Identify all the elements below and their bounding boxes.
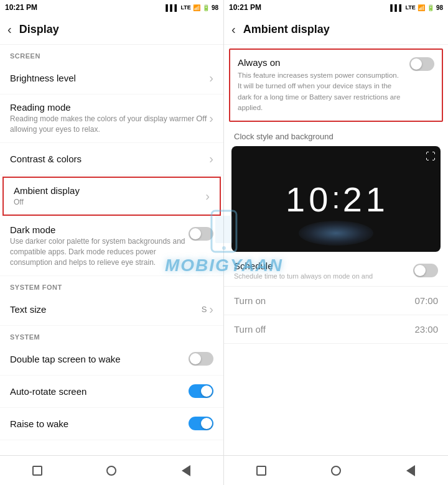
left-time: 10:21 PM bbox=[5, 3, 37, 12]
right-wifi-icon: 📶 bbox=[418, 4, 425, 11]
contrast-title: Contrast & colors bbox=[10, 154, 209, 164]
battery-level: 98 bbox=[212, 4, 218, 11]
brightness-title: Brightness level bbox=[10, 73, 209, 83]
schedule-row[interactable]: Schedule Schedule time to turn always on… bbox=[224, 254, 448, 287]
raiseawake-toggle[interactable] bbox=[189, 417, 213, 430]
turn-off-value: 23:00 bbox=[414, 324, 438, 335]
right-nav-back[interactable] bbox=[402, 462, 419, 479]
setting-row-doubletap[interactable]: Double tap screen to wake bbox=[0, 343, 223, 376]
contrast-right bbox=[209, 152, 213, 166]
setting-row-ambient[interactable]: Ambient display Off bbox=[2, 177, 221, 216]
darkmode-toggle[interactable] bbox=[189, 227, 213, 241]
setting-row-brightness[interactable]: Brightness level bbox=[0, 62, 223, 95]
right-battery-level: 98 bbox=[436, 4, 443, 11]
right-panel: 10:21 PM ▌▌▌ LTE 📶 🔋 98 ‹ Ambient displa… bbox=[224, 0, 448, 485]
reading-title: Reading mode bbox=[10, 102, 196, 113]
section-system-label: SYSTEM bbox=[0, 326, 223, 343]
setting-row-autorotate[interactable]: Auto-rotate screen bbox=[0, 376, 223, 408]
section-screen-label: SCREEN bbox=[0, 45, 223, 62]
setting-row-raiseawake[interactable]: Raise to wake bbox=[0, 408, 223, 440]
back-icon bbox=[182, 465, 190, 476]
right-toolbar: ‹ Ambient display bbox=[224, 15, 448, 45]
reading-chevron bbox=[209, 111, 213, 126]
left-nav-home[interactable] bbox=[103, 462, 120, 479]
left-nav-recents[interactable] bbox=[29, 462, 46, 479]
right-lte-icon: LTE bbox=[406, 4, 416, 11]
recents-icon bbox=[32, 466, 42, 476]
schedule-title: Schedule bbox=[234, 261, 413, 271]
ambient-right bbox=[205, 189, 210, 203]
expand-icon[interactable]: ⛶ bbox=[426, 151, 436, 162]
clock-section-label: Clock style and background bbox=[224, 126, 448, 144]
wifi-icon: 📶 bbox=[193, 4, 200, 11]
left-panel: 10:21 PM ▌▌▌ LTE 📶 🔋 98 ‹ Display SCREEN… bbox=[0, 0, 224, 485]
schedule-toggle[interactable] bbox=[413, 264, 438, 277]
right-nav-home[interactable] bbox=[327, 462, 345, 479]
right-recents-icon bbox=[256, 466, 266, 476]
always-on-row[interactable]: Always on This feature increases system … bbox=[229, 48, 443, 122]
left-nav-bar bbox=[0, 455, 223, 485]
autorotate-toggle[interactable] bbox=[189, 384, 213, 398]
textsize-chevron bbox=[209, 302, 213, 316]
right-nav-recents[interactable] bbox=[253, 462, 270, 479]
left-toolbar: ‹ Display bbox=[0, 15, 223, 45]
section-font-label: SYSTEM FONT bbox=[0, 276, 223, 293]
lte-icon: LTE bbox=[181, 4, 191, 11]
doubletap-toggle[interactable] bbox=[189, 352, 213, 366]
right-back-button[interactable]: ‹ bbox=[231, 22, 236, 37]
left-back-button[interactable]: ‹ bbox=[7, 22, 12, 37]
turn-off-label: Turn off bbox=[234, 324, 414, 335]
textsize-value: S bbox=[202, 305, 207, 314]
right-battery-icon: 🔋 bbox=[427, 4, 434, 11]
textsize-title: Text size bbox=[10, 304, 202, 315]
schedule-sub: Schedule time to turn always on mode on … bbox=[234, 272, 413, 280]
home-icon bbox=[106, 466, 116, 476]
always-on-title: Always on bbox=[238, 57, 404, 68]
autorotate-title: Auto-rotate screen bbox=[10, 386, 189, 397]
clock-hour-tens: 1 bbox=[286, 179, 306, 219]
clock-colon: : bbox=[332, 181, 340, 215]
turn-on-value: 07:00 bbox=[414, 295, 438, 306]
setting-row-textsize[interactable]: Text size S bbox=[0, 293, 223, 326]
ambient-chevron bbox=[205, 189, 210, 203]
always-on-desc: This feature increases system power cons… bbox=[238, 70, 404, 113]
brightness-chevron bbox=[209, 71, 213, 85]
darkmode-title: Dark mode bbox=[10, 224, 189, 235]
clock-hour-ones: 0 bbox=[309, 179, 329, 219]
turn-on-label: Turn on bbox=[234, 295, 414, 306]
setting-row-contrast[interactable]: Contrast & colors bbox=[0, 143, 223, 175]
left-status-bar: 10:21 PM ▌▌▌ LTE 📶 🔋 98 bbox=[0, 0, 223, 15]
setting-row-reading[interactable]: Reading mode Reading mode makes the colo… bbox=[0, 95, 223, 143]
left-nav-back[interactable] bbox=[177, 462, 195, 479]
turn-off-row[interactable]: Turn off 23:00 bbox=[224, 315, 448, 344]
darkmode-sub: Use darker color palette for system back… bbox=[10, 236, 189, 267]
right-signal-icon: ▌▌▌ bbox=[390, 4, 403, 11]
right-back-icon bbox=[406, 465, 415, 476]
moon-glow bbox=[299, 221, 373, 246]
clock-preview[interactable]: 1 0 : 2 1 ⛶ bbox=[231, 146, 441, 252]
left-page-title: Display bbox=[19, 23, 59, 36]
ambient-sub: Off bbox=[14, 197, 205, 208]
right-time: 10:21 PM bbox=[229, 3, 261, 12]
clock-min-ones: 1 bbox=[366, 179, 386, 219]
reading-right: Off bbox=[196, 111, 213, 126]
signal-icon: ▌▌▌ bbox=[166, 4, 179, 11]
clock-face: 1 0 : 2 1 bbox=[286, 179, 386, 219]
setting-row-darkmode[interactable]: Dark mode Use darker color palette for s… bbox=[0, 217, 223, 275]
reading-sub: Reading mode makes the colors of your di… bbox=[10, 114, 196, 135]
right-home-icon bbox=[331, 466, 341, 476]
left-scroll-content: SCREEN Brightness level Reading mode Rea… bbox=[0, 45, 223, 455]
textsize-right: S bbox=[202, 302, 213, 316]
doubletap-title: Double tap screen to wake bbox=[10, 354, 189, 364]
clock-min-tens: 2 bbox=[343, 179, 363, 219]
battery-icon: 🔋 bbox=[202, 4, 210, 11]
contrast-chevron bbox=[209, 152, 213, 166]
left-status-icons: ▌▌▌ LTE 📶 🔋 98 bbox=[166, 4, 218, 11]
reading-value: Off bbox=[196, 114, 207, 123]
right-status-bar: 10:21 PM ▌▌▌ LTE 📶 🔋 98 bbox=[224, 0, 448, 15]
turn-on-row[interactable]: Turn on 07:00 bbox=[224, 287, 448, 315]
right-page-title: Ambient display bbox=[243, 23, 330, 36]
right-nav-bar bbox=[224, 455, 448, 485]
brightness-right bbox=[209, 71, 213, 85]
always-on-toggle[interactable] bbox=[409, 57, 434, 71]
